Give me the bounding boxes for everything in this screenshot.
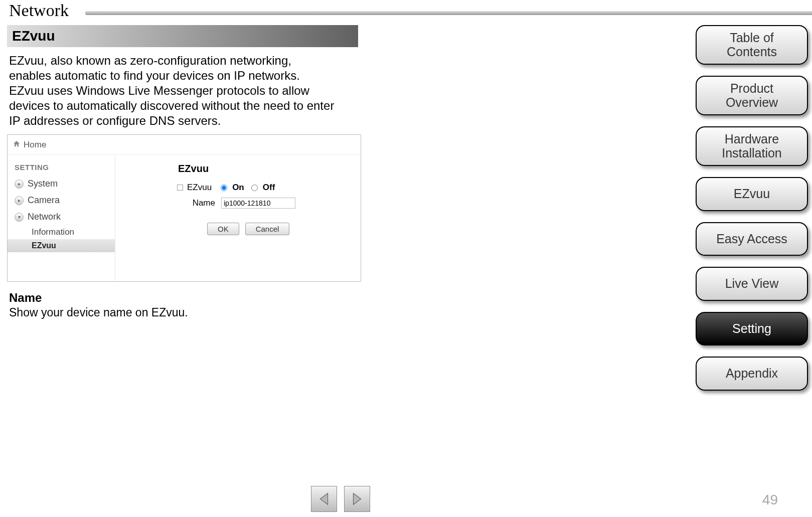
ezvuu-field-label: EZvuu [187,183,212,193]
arrow-left-icon [316,491,332,506]
home-label[interactable]: Home [24,140,46,150]
expand-icon: ▸ [15,180,24,189]
screenshot-main: EZvuu EZvuu On Off Name OK Cancel [123,155,361,235]
nav-panel: Table ofContents ProductOverview Hardwar… [696,25,808,391]
name-input[interactable] [221,198,295,209]
ezvuu-off-radio[interactable] [251,185,258,191]
name-heading: Name [7,282,358,305]
screenshot-main-title: EZvuu [123,155,361,181]
screenshot-sidebar: SETTING ▸ System ▸ Camera ▾ Network Info… [8,155,115,281]
nav-hardware-installation[interactable]: HardwareInstallation [696,126,808,166]
sidebar-network-label: Network [28,212,61,222]
home-icon [13,140,21,150]
section-description: EZvuu, also known as zero-configuration … [7,47,338,133]
sidebar-item-camera[interactable]: ▸ Camera [8,192,115,209]
ezvuu-on-radio[interactable] [221,185,227,191]
nav-easy-access[interactable]: Easy Access [696,222,808,256]
next-page-button[interactable] [344,486,370,512]
nav-ezvuu[interactable]: EZvuu [696,177,808,211]
button-row: OK Cancel [123,212,361,235]
prev-page-button[interactable] [311,486,337,512]
sidebar-item-system[interactable]: ▸ System [8,176,115,192]
setting-heading: SETTING [8,155,115,176]
section-header-ezvuu: EZvuu [7,25,358,47]
expand-icon: ▸ [15,196,24,205]
page-arrow-nav [311,486,370,512]
page-number: 49 [762,492,778,508]
sidebar-system-label: System [28,179,58,189]
ezvuu-toggle-row: EZvuu On Off [123,181,361,196]
sidebar-sub-ezvuu[interactable]: EZvuu [8,239,115,252]
sidebar-camera-label: Camera [28,195,60,206]
cancel-button[interactable]: Cancel [245,223,290,235]
ezvuu-name-row: Name [123,196,361,212]
arrow-right-icon [350,491,365,506]
ok-button[interactable]: OK [207,223,239,235]
nav-live-view[interactable]: Live View [696,267,808,301]
page-title: Network [0,0,812,20]
svg-marker-1 [354,493,361,505]
collapse-icon: ▾ [15,213,24,222]
screenshot-topbar: Home [8,135,361,155]
nav-setting[interactable]: Setting [696,312,808,346]
main-column: EZvuu EZvuu, also known as zero-configur… [7,25,358,319]
nav-appendix[interactable]: Appendix [696,357,808,391]
name-description: Show your device name on EZvuu. [7,305,358,319]
sidebar-sub-information[interactable]: Information [8,227,115,237]
sidebar-item-network[interactable]: ▾ Network [8,209,115,225]
nav-toc[interactable]: Table ofContents [696,25,808,65]
settings-screenshot: Home SETTING ▸ System ▸ Camera ▾ Network… [7,134,361,282]
title-divider [85,11,812,15]
svg-marker-0 [320,493,328,505]
ezvuu-field-icon [177,185,183,191]
name-field-label: Name [177,198,217,208]
nav-product-overview[interactable]: ProductOverview [696,76,808,115]
on-label: On [232,183,244,193]
off-label: Off [263,183,275,193]
